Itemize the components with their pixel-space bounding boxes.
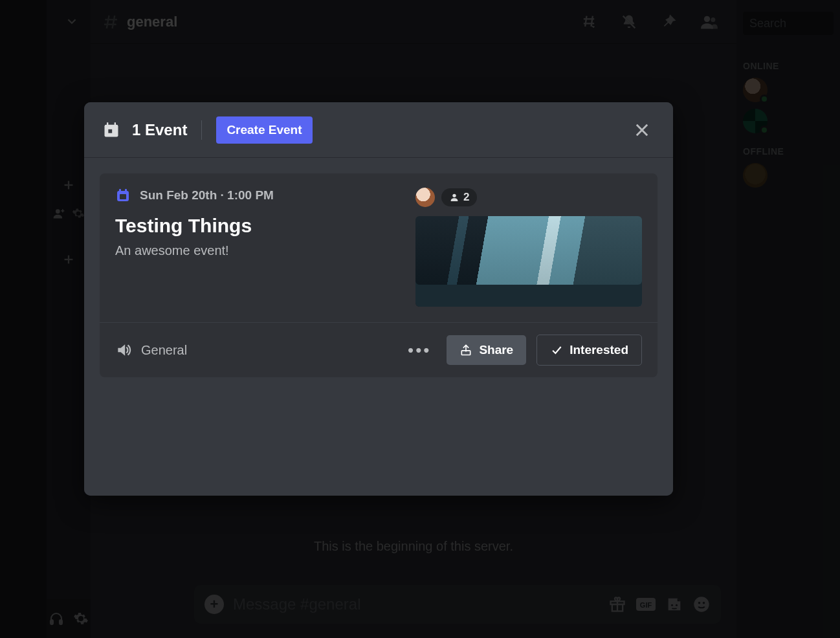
check-icon <box>550 344 563 357</box>
share-label: Share <box>479 343 513 357</box>
interested-count: 2 <box>463 191 469 204</box>
speaker-icon <box>115 342 132 358</box>
event-title: Testing Things <box>115 215 405 237</box>
calendar-icon <box>102 121 120 139</box>
event-card[interactable]: Sun Feb 20th · 1:00 PM Testing Things An… <box>100 173 658 377</box>
event-description: An awesome event! <box>115 243 405 258</box>
event-cover-image <box>415 216 642 307</box>
close-icon[interactable] <box>629 117 655 143</box>
svg-rect-32 <box>107 128 113 133</box>
interested-button[interactable]: Interested <box>536 335 642 366</box>
interested-label: Interested <box>569 343 628 357</box>
event-date: Sun Feb 20th · 1:00 PM <box>140 188 274 203</box>
share-icon <box>459 344 472 357</box>
svg-point-41 <box>452 194 456 197</box>
modal-header: 1 Event Create Event <box>84 102 673 158</box>
svg-rect-38 <box>120 194 126 199</box>
calendar-small-icon <box>115 188 131 203</box>
svg-rect-39 <box>119 189 121 192</box>
create-event-button[interactable]: Create Event <box>216 116 312 144</box>
event-card-footer: General ••• Share Interested <box>115 323 642 377</box>
modal-body: Sun Feb 20th · 1:00 PM Testing Things An… <box>84 158 673 496</box>
svg-rect-40 <box>125 189 127 192</box>
event-date-row: Sun Feb 20th · 1:00 PM <box>115 188 405 203</box>
share-button[interactable]: Share <box>447 335 526 365</box>
event-meta: 2 <box>415 188 642 207</box>
modal-title: 1 Event <box>132 121 187 139</box>
events-modal: 1 Event Create Event Sun Feb 20th · 1:00… <box>84 102 673 496</box>
creator-avatar <box>415 188 435 207</box>
interested-count-pill[interactable]: 2 <box>441 188 477 206</box>
event-location: General <box>115 342 187 358</box>
header-separator <box>201 120 202 140</box>
more-options-icon[interactable]: ••• <box>403 338 436 363</box>
person-icon <box>449 192 459 203</box>
event-location-name: General <box>141 343 187 358</box>
